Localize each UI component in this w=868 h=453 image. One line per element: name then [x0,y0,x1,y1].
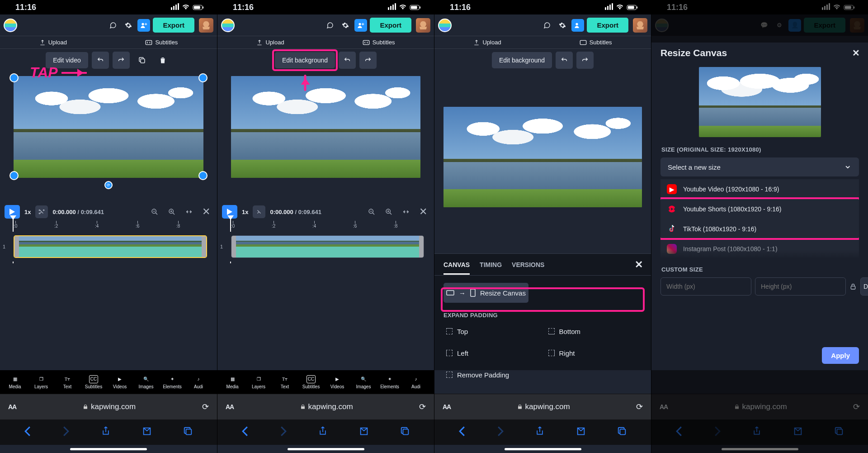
width-input[interactable] [660,277,751,296]
edit-background-button[interactable]: Edit background [492,52,552,68]
nav-elements[interactable]: ✦Elements [159,375,185,389]
fit-button[interactable] [400,205,412,218]
speed-label[interactable]: 1x [24,209,31,215]
tab-timing[interactable]: TIMING [480,261,502,268]
height-input[interactable] [755,277,846,296]
user-avatar[interactable] [416,18,430,33]
resize-handle-nw[interactable] [9,73,19,82]
nav-elements[interactable]: ✦Elements [377,375,403,389]
bookmarks-button[interactable] [576,426,586,438]
delete-button[interactable] [154,52,171,69]
subtitles-link[interactable]: Subtitles [145,39,178,46]
upload-link[interactable]: Upload [39,39,67,46]
nav-videos[interactable]: ▶Videos [107,375,133,389]
timeline-ruler[interactable]: :0 :2 :4 :6 :8 [217,221,434,232]
close-panel-button[interactable]: ✕ [635,259,643,271]
nav-text[interactable]: TᴛText [272,375,298,389]
forward-button[interactable] [497,426,504,439]
home-indicator[interactable] [505,448,581,450]
option-youtube-shorts[interactable]: Youtube Shorts (1080x1920 - 9:16) [660,199,859,219]
remove-padding-button[interactable]: Remove Padding [443,367,512,383]
zoom-out-button[interactable] [365,205,378,218]
nav-subtitles[interactable]: CCSubtitles [298,375,324,389]
option-youtube-video[interactable]: ▶ Youtube Video (1920x1080 - 16:9) [660,179,859,199]
nav-audio[interactable]: ♪Audi [185,375,212,389]
lock-aspect-icon[interactable] [849,280,857,293]
bookmarks-button[interactable] [359,426,369,438]
subtitles-link[interactable]: Subtitles [363,39,395,46]
canvas-area[interactable]: ⟳ [0,72,217,203]
url-display[interactable]: kapwing.com [23,402,196,411]
undo-button[interactable] [556,52,573,69]
split-button[interactable] [35,205,48,218]
safari-address-bar[interactable]: AA kapwing.com ⟳ [217,394,434,420]
timeline[interactable]: 1 [217,232,434,262]
nav-videos[interactable]: ▶Videos [324,375,350,389]
reload-icon[interactable]: ⟳ [636,402,643,412]
resize-canvas-button[interactable]: → Resize Canvas [443,283,528,303]
redo-button[interactable] [359,52,377,69]
tabs-button[interactable] [400,426,410,438]
video-preview[interactable] [231,76,420,178]
nav-layers[interactable]: ❐Layers [28,375,54,389]
tabs-button[interactable] [183,426,193,438]
canvas-area[interactable] [434,72,651,253]
share-button[interactable] [535,426,544,439]
share-user-button[interactable] [354,19,367,32]
nav-subtitles[interactable]: CCSubtitles [80,375,107,389]
share-user-button[interactable] [137,19,150,32]
undo-button[interactable] [339,52,356,69]
safari-address-bar[interactable]: AA kapwing.com ⟳ [434,394,651,420]
nav-layers[interactable]: ❐Layers [245,375,272,389]
settings-icon[interactable] [122,19,135,32]
user-avatar[interactable] [199,18,213,33]
nav-images[interactable]: 🔍Images [350,375,377,389]
video-preview[interactable] [14,76,203,178]
tabs-button[interactable] [617,426,627,438]
text-size-control[interactable]: AA [443,403,451,410]
upload-link[interactable]: Upload [473,39,501,46]
zoom-in-button[interactable] [382,205,395,218]
pad-bottom-button[interactable]: Bottom [546,323,642,339]
back-button[interactable] [458,426,466,439]
back-button[interactable] [24,426,31,439]
app-logo[interactable] [4,19,17,32]
timeline-clip[interactable] [231,235,424,258]
pad-top-button[interactable]: Top [443,323,540,339]
zoom-in-button[interactable] [165,205,178,218]
chat-icon[interactable] [324,19,336,32]
speed-label[interactable]: 1x [242,209,248,215]
pad-right-button[interactable]: Right [546,345,642,361]
duplicate-button[interactable] [133,52,151,69]
tab-versions[interactable]: VERSIONS [512,261,544,268]
nav-media[interactable]: ▦Media [219,375,245,389]
text-size-control[interactable]: AA [8,403,16,410]
subtitles-link[interactable]: Subtitles [580,39,612,46]
resize-handle-se[interactable] [198,171,208,180]
export-button[interactable]: Export [370,18,411,33]
app-logo[interactable] [221,19,235,32]
settings-icon[interactable] [339,19,352,32]
size-select[interactable]: Select a new size [660,157,859,176]
nav-images[interactable]: 🔍Images [133,375,159,389]
url-display[interactable]: kapwing.com [240,402,413,411]
close-playback-button[interactable]: ✕ [200,205,212,218]
nav-text[interactable]: TᴛText [54,375,80,389]
chat-icon[interactable] [541,19,553,32]
timeline[interactable]: 1 [0,232,217,262]
bookmarks-button[interactable] [142,426,152,438]
close-playback-button[interactable]: ✕ [417,205,429,218]
export-button[interactable]: Export [587,18,628,33]
share-user-button[interactable] [571,19,584,32]
url-display[interactable]: kapwing.com [457,402,630,411]
fit-button[interactable] [183,205,195,218]
canvas-area[interactable] [217,72,434,203]
share-button[interactable] [101,426,110,439]
zoom-out-button[interactable] [148,205,161,218]
export-button[interactable]: Export [153,18,194,33]
done-button[interactable]: Done [860,277,868,296]
settings-icon[interactable] [556,19,569,32]
user-avatar[interactable] [633,18,647,33]
rotate-handle[interactable]: ⟳ [104,181,113,189]
pad-left-button[interactable]: Left [443,345,540,361]
